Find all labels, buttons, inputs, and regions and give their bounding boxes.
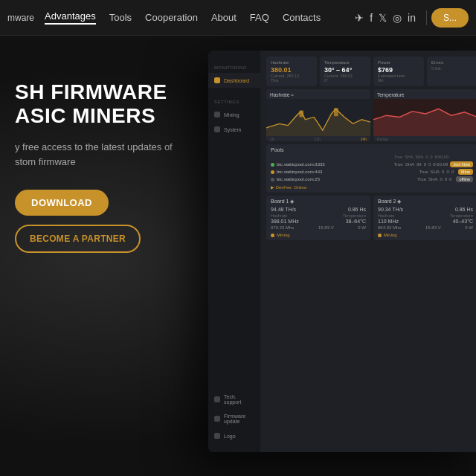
chart-range-24h[interactable]: 24h: [361, 137, 367, 141]
stat-errors: Errors 5 link: [427, 57, 476, 86]
board-1-row-1: 94.48 TH/s 0.86 Hs: [271, 207, 366, 212]
pools-title: Pools: [271, 147, 473, 152]
pool-badge-2[interactable]: Mine: [458, 169, 473, 175]
nav-logo: mware: [7, 13, 34, 23]
hero-title: SH FIRMWARE ASIC MINERS: [15, 80, 201, 128]
pool-time-1: 8:60:09: [433, 162, 448, 167]
facebook-icon[interactable]: f: [370, 12, 373, 24]
board-1-mining: Mining: [271, 233, 366, 237]
become-partner-button[interactable]: BECOME A PARTNER: [15, 225, 141, 253]
mock-main-area: Hashrate 380.01 Current: 280.12 This Tem…: [260, 51, 476, 452]
pool-badge-1[interactable]: Join Now: [450, 161, 473, 167]
pools-section: Pools True SHA 99% 0 0 8:60:09 btc.viabt…: [266, 144, 476, 193]
board-1-title: Board 1 ◈: [271, 199, 366, 205]
sidebar-dashboard-label: Dashboard: [224, 78, 249, 83]
svg-rect-1: [299, 111, 303, 118]
sidebar-item-firmware[interactable]: Firmware update: [208, 409, 260, 428]
wechat-icon[interactable]: ◎: [393, 12, 402, 24]
hero-content: SH FIRMWARE ASIC MINERS y free access to…: [0, 80, 216, 253]
sidebar-item-system[interactable]: System: [208, 122, 260, 137]
nav-links: Advantages Tools Cooperation About FAQ C…: [45, 10, 355, 25]
nav-link-faq[interactable]: FAQ: [250, 12, 269, 23]
nav-divider: [426, 10, 427, 25]
stat-hashrate: Hashrate 380.01 Current: 280.12 This: [266, 57, 317, 86]
nav-link-cooperation[interactable]: Cooperation: [145, 12, 198, 23]
pool-val-1: True: [394, 162, 403, 167]
pool-pct-3: 0: [440, 177, 442, 181]
board-2-freq: 110 MHz: [378, 219, 399, 224]
sidebar-logo-label: Logo: [224, 434, 236, 439]
board-2-hs: 0.86 Hs: [455, 207, 473, 212]
board-2-watt: 0 W: [465, 225, 473, 230]
pool-n1-1: 0: [424, 162, 426, 167]
pool-col-time: 8:60:09: [435, 155, 448, 159]
nav-link-about[interactable]: About: [211, 12, 237, 23]
nav-cta-button[interactable]: S...: [431, 8, 469, 28]
hero-subtitle: y free access to the latest updates ofst…: [15, 140, 201, 169]
board-2-row-1: 90.34 TH/s 0.86 Hs: [378, 207, 473, 212]
pool-sha-2: SHA: [431, 170, 440, 174]
stat-errors-sub2: 5 link: [431, 66, 473, 71]
board-1-temp: 38–64°C: [346, 219, 366, 224]
temperature-chart: Temperature Range: [373, 89, 476, 141]
stat-hashrate-sub2: This: [271, 78, 312, 83]
pool-n2-2: 0: [451, 170, 454, 174]
board-2-mining-dot: [378, 234, 382, 237]
firmware-icon: [214, 416, 220, 422]
board-1-mining-label: Mining: [277, 233, 290, 237]
board-1-freq: 388.01 MHz: [271, 219, 299, 224]
board-2-label-hashrate: Hashrate: [378, 213, 394, 218]
pool-row-1: btc.viabtcpool.com:3333 True SHA 99 0 0 …: [271, 161, 473, 167]
stat-temp-value: 30° – 64°: [324, 66, 366, 74]
pool-status-active: [271, 163, 274, 167]
download-button[interactable]: DOWNLOAD: [15, 190, 109, 216]
hashrate-chart: Hashrate ≈ 1h 12h 24h: [266, 89, 370, 141]
nav-link-contacts[interactable]: Contacts: [283, 12, 321, 23]
stat-hashrate-label: Hashrate: [271, 60, 312, 65]
board-2-title: Board 2 ◈: [378, 199, 473, 205]
sidebar-item-mining[interactable]: Mining: [208, 107, 260, 122]
board-1-hashrate: 94.48 TH/s: [271, 207, 296, 212]
boards-row: Board 1 ◈ 94.48 TH/s 0.86 Hs Hashrate Te…: [260, 196, 476, 243]
pool-n1-2: 0: [446, 170, 448, 174]
pool-col-n2: 0: [431, 155, 433, 159]
dashboard-icon: [214, 77, 220, 83]
charts-row: Hashrate ≈ 1h 12h 24h: [260, 89, 476, 144]
board-1-row-2: 388.01 MHz 38–64°C: [271, 219, 366, 224]
pool-pct-1: 99: [416, 162, 422, 167]
pool-sha-3: SHA: [428, 177, 437, 181]
board-2-label-temp: Temperature: [450, 213, 473, 218]
navbar: mware Advantages Tools Cooperation About…: [0, 0, 476, 36]
stat-power: Power $769 Estimated time 9th: [373, 57, 424, 86]
pool-col-n1: 0: [426, 155, 428, 159]
board-1: Board 1 ◈ 94.48 TH/s 0.86 Hs Hashrate Te…: [266, 196, 370, 240]
board-2-mining: Mining: [378, 233, 473, 237]
support-icon: [214, 396, 220, 402]
pool-status-2: [271, 170, 274, 174]
stat-power-label: Power: [378, 60, 419, 65]
chart-range-1h[interactable]: 1h: [270, 137, 274, 141]
chart-range-12h[interactable]: 12h: [314, 137, 320, 141]
hero-section: SH FIRMWARE ASIC MINERS y free access to…: [0, 36, 476, 476]
hero-title-line1: SH FIRMWARE: [15, 80, 167, 103]
pool-url-2: btc.viabtcpool.com:443: [277, 170, 417, 174]
telegram-icon[interactable]: ✈: [355, 12, 364, 24]
sidebar-firmware-label: Firmware update: [224, 414, 254, 424]
board-1-labels: Hashrate Temperature: [271, 213, 366, 218]
linkedin-icon[interactable]: in: [408, 12, 416, 24]
nav-link-tools[interactable]: Tools: [109, 12, 132, 23]
pool-n2-3: 0: [449, 177, 451, 181]
stat-hashrate-value: 380.01: [271, 66, 312, 74]
sidebar-item-logo[interactable]: Logo: [208, 428, 260, 443]
logo-icon: [214, 433, 220, 439]
sidebar-item-support[interactable]: Tech. support: [208, 390, 260, 409]
twitter-icon[interactable]: 𝕏: [379, 12, 387, 24]
board-2-hashrate: 90.34 TH/s: [378, 207, 403, 212]
nav-link-advantages[interactable]: Advantages: [45, 10, 96, 25]
board-1-mining-dot: [271, 234, 274, 237]
system-icon: [214, 126, 220, 132]
board-1-label-hashrate: Hashrate: [271, 213, 287, 218]
sidebar-item-dashboard[interactable]: Dashboard: [208, 73, 260, 88]
hashrate-chart-title: Hashrate ≈: [266, 89, 370, 99]
pool-sha-1: SHA: [405, 162, 414, 167]
